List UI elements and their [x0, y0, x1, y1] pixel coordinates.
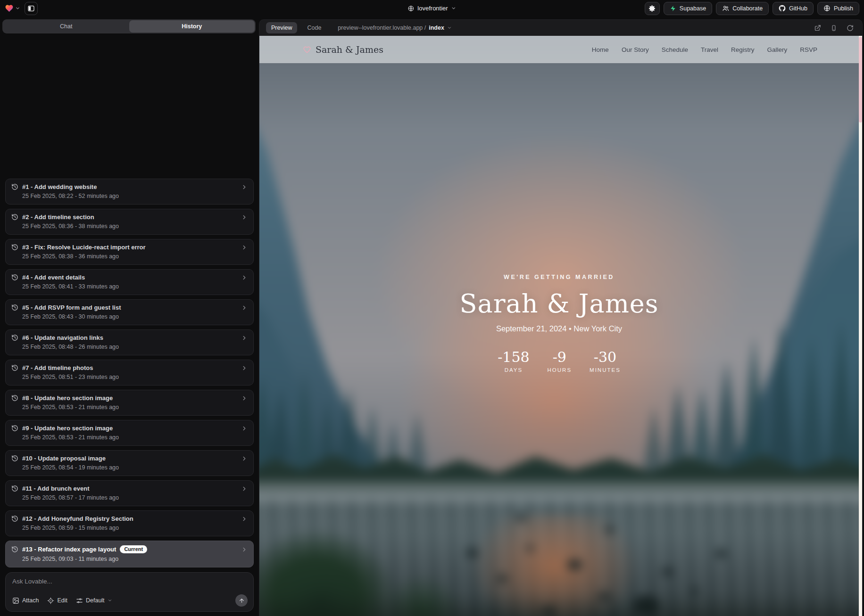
tab-chat[interactable]: Chat — [3, 20, 129, 33]
history-item[interactable]: #12 - Add Honeyfund Registry Section 25 … — [5, 510, 254, 536]
collaborate-users-icon — [722, 5, 729, 12]
history-item-title: #1 - Add wedding website — [22, 183, 97, 190]
history-item-timestamp: 25 Feb 2025, 08:51 - 23 minutes ago — [22, 374, 248, 380]
site-brand[interactable]: Sarah & James — [303, 44, 383, 55]
refresh-icon — [847, 25, 854, 32]
chevron-right-icon — [241, 214, 248, 221]
site-nav-link[interactable]: Registry — [731, 46, 755, 53]
edit-button[interactable]: Edit — [47, 597, 67, 604]
app: lovefrontier Supabase Collab — [0, 0, 864, 616]
countdown-label: DAYS — [505, 367, 523, 373]
history-icon — [11, 334, 18, 341]
project-selector[interactable]: lovefrontier — [407, 5, 456, 12]
history-item-title: #10 - Update proposal image — [22, 455, 106, 462]
history-icon — [11, 394, 18, 402]
site-scrollbar-thumb[interactable] — [859, 37, 862, 123]
history-item-title: #7 - Add timeline photos — [22, 364, 93, 371]
refresh-button[interactable] — [847, 25, 854, 32]
history-icon — [11, 364, 18, 371]
history-item-title: #5 - Add RSVP form and guest list — [22, 304, 121, 311]
history-item[interactable]: #9 - Update hero section image 25 Feb 20… — [5, 420, 254, 446]
site-nav-link[interactable]: Our Story — [622, 46, 649, 53]
attach-button[interactable]: Attach — [12, 597, 39, 604]
tab-preview[interactable]: Preview — [266, 22, 297, 33]
edit-target-icon — [47, 597, 54, 604]
tab-code[interactable]: Code — [302, 22, 326, 33]
site-nav-link[interactable]: Travel — [701, 46, 718, 53]
ask-lovable-input[interactable] — [12, 578, 248, 590]
history-item[interactable]: #7 - Add timeline photos 25 Feb 2025, 08… — [5, 360, 254, 386]
history-icon — [11, 425, 18, 432]
edit-label: Edit — [57, 597, 67, 604]
chevron-right-icon — [241, 365, 248, 371]
site-nav-link[interactable]: Home — [592, 46, 609, 53]
publish-button[interactable]: Publish — [817, 2, 859, 15]
collaborate-button[interactable]: Collaborate — [716, 2, 769, 15]
open-in-new-tab-button[interactable] — [814, 25, 821, 32]
mode-label: Default — [86, 597, 105, 604]
history-item[interactable]: #13 - Refactor index page layout Current… — [5, 541, 254, 567]
history-icon — [11, 244, 18, 251]
supabase-button[interactable]: Supabase — [664, 2, 712, 15]
composer: Attach Edit Default — [5, 572, 254, 612]
github-button[interactable]: GitHub — [773, 2, 814, 15]
history-item[interactable]: #3 - Fix: Resolve Lucide-react import er… — [5, 239, 254, 265]
countdown-value: -9 — [553, 349, 566, 366]
history-item[interactable]: #10 - Update proposal image 25 Feb 2025,… — [5, 450, 254, 476]
mobile-device-icon — [831, 25, 837, 32]
chevron-right-icon — [241, 455, 248, 462]
publish-globe-icon — [823, 5, 831, 12]
history-icon — [11, 183, 18, 190]
history-item[interactable]: #11 - Add brunch event 25 Feb 2025, 08:5… — [5, 480, 254, 506]
site-nav-link[interactable]: Schedule — [662, 46, 688, 53]
attach-image-icon — [12, 597, 19, 604]
hero-title: Sarah & James — [459, 289, 658, 319]
lovable-heart-logo-icon — [5, 4, 14, 13]
history-item[interactable]: #1 - Add wedding website 25 Feb 2025, 08… — [5, 179, 254, 205]
history-item-timestamp: 25 Feb 2025, 08:54 - 19 minutes ago — [22, 464, 248, 471]
countdown: -158 DAYS -9 HOURS -30 MINUTES — [498, 349, 621, 373]
history-item-title: #4 - Add event details — [22, 274, 85, 281]
project-name: lovefrontier — [417, 5, 448, 12]
chevron-down-icon — [451, 6, 457, 11]
history-item[interactable]: #6 - Update navigation links 25 Feb 2025… — [5, 329, 254, 355]
history-item[interactable]: #4 - Add event details 25 Feb 2025, 08:4… — [5, 269, 254, 295]
history-icon — [11, 546, 18, 553]
mobile-preview-button[interactable] — [831, 25, 837, 32]
history-item-title: #6 - Update navigation links — [22, 334, 103, 341]
current-badge: Current — [120, 545, 147, 553]
history-icon — [11, 274, 18, 281]
site-nav-link[interactable]: Gallery — [767, 46, 787, 53]
sidebar-toggle-button[interactable] — [25, 2, 38, 15]
chevron-right-icon — [241, 274, 248, 281]
tab-history[interactable]: History — [129, 20, 255, 33]
github-icon — [779, 5, 786, 12]
history-icon — [11, 214, 18, 221]
supabase-label: Supabase — [680, 5, 706, 12]
send-button[interactable] — [235, 594, 248, 607]
mode-selector[interactable]: Default — [76, 597, 112, 604]
hero-eyebrow: WE'RE GETTING MARRIED — [504, 274, 615, 280]
chevron-right-icon — [241, 425, 248, 432]
countdown-label: MINUTES — [590, 367, 621, 373]
chevron-right-icon — [241, 244, 248, 251]
history-item[interactable]: #5 - Add RSVP form and guest list 25 Feb… — [5, 299, 254, 325]
chat-history-tabs: Chat History — [2, 19, 256, 33]
history-item-title: #11 - Add brunch event — [22, 485, 90, 492]
history-item[interactable]: #2 - Add timeline section 25 Feb 2025, 0… — [5, 209, 254, 235]
history-item-timestamp: 25 Feb 2025, 08:53 - 21 minutes ago — [22, 404, 248, 411]
history-item-timestamp: 25 Feb 2025, 08:38 - 36 minutes ago — [22, 253, 248, 260]
history-item-title: #12 - Add Honeyfund Registry Section — [22, 515, 133, 522]
preview-url-selector[interactable]: preview--lovefrontier.lovable.app / inde… — [338, 25, 452, 31]
gear-icon — [648, 5, 656, 12]
history-item-title: #2 - Add timeline section — [22, 214, 94, 221]
history-icon — [11, 515, 18, 522]
site-nav-link[interactable]: RSVP — [800, 46, 817, 53]
chevron-right-icon — [241, 184, 248, 190]
countdown-label: HOURS — [548, 367, 572, 373]
history-item[interactable]: #8 - Update hero section image 25 Feb 20… — [5, 390, 254, 416]
heart-outline-icon — [303, 45, 311, 54]
settings-button[interactable] — [645, 2, 660, 15]
history-item-timestamp: 25 Feb 2025, 08:59 - 15 minutes ago — [22, 525, 248, 531]
lovable-logo-menu[interactable] — [5, 4, 20, 13]
